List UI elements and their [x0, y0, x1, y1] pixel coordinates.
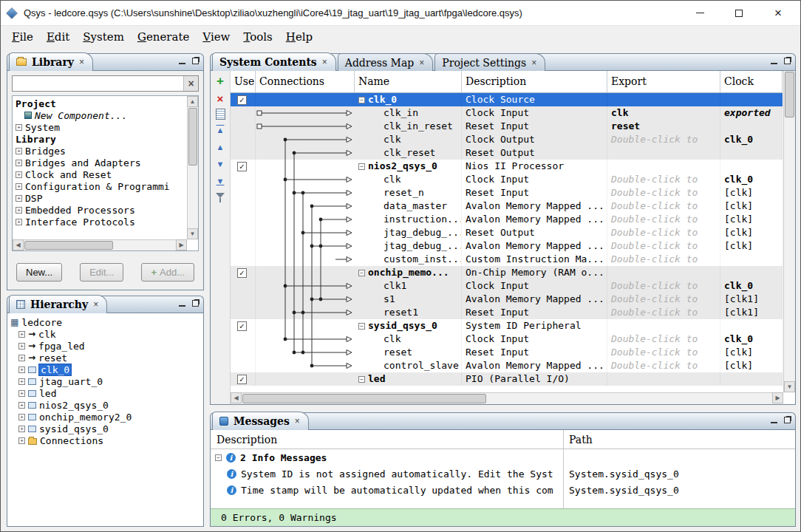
system-row-led[interactable]: ✓−ledPIO (Parallel I/O)	[231, 372, 783, 386]
collapse-icon[interactable]: −	[358, 323, 365, 330]
hierarchy-item-ledcore[interactable]: ▦ledcore	[7, 316, 203, 328]
row-export[interactable]: Double-click to	[607, 293, 720, 306]
move-up-icon[interactable]: ▲	[214, 140, 227, 154]
library-vertical-scrollbar[interactable]: ▲ ▼	[187, 96, 198, 239]
system-row-jtag-debug[interactable]: jtag_debug_...Avalon Memory Mapped ...Do…	[231, 239, 783, 253]
hierarchy-item-led[interactable]: +led	[7, 387, 203, 399]
library-horizontal-scrollbar[interactable]: ◀ ▶	[13, 239, 187, 250]
column-header-use[interactable]: Use	[231, 71, 256, 92]
search-clear-icon[interactable]: ×	[183, 76, 198, 91]
system-row-s1[interactable]: s1Avalon Memory Mapped ...Double-click t…	[231, 293, 783, 306]
menu-generate[interactable]: Generate	[131, 29, 196, 45]
library-item-library[interactable]: Library	[13, 133, 198, 145]
row-clock[interactable]: clk_0	[720, 279, 783, 293]
expand-icon[interactable]: +	[18, 437, 25, 444]
expand-icon[interactable]: +	[16, 148, 22, 154]
scroll-down-icon[interactable]: ▼	[187, 228, 198, 239]
expand-icon[interactable]: +	[16, 207, 22, 214]
expand-icon[interactable]: +	[18, 402, 25, 409]
collapse-icon[interactable]: −	[358, 376, 365, 383]
library-item-dsp[interactable]: +DSP	[13, 192, 198, 204]
library-item-bridges[interactable]: +Bridges	[13, 145, 198, 157]
expand-icon[interactable]: +	[16, 195, 22, 202]
new-button[interactable]: New...	[16, 263, 62, 282]
row-clock[interactable]	[720, 93, 783, 106]
row-clock[interactable]	[720, 253, 783, 266]
menu-view[interactable]: View	[196, 29, 236, 45]
panel-restore-icon[interactable]	[192, 300, 199, 307]
row-export[interactable]: Double-click to	[607, 226, 720, 239]
column-header-export[interactable]: Export	[607, 71, 720, 92]
row-export[interactable]	[607, 266, 720, 279]
use-checkbox[interactable]: ✓	[237, 268, 247, 278]
panel-restore-icon[interactable]	[784, 58, 791, 64]
system-row-instruction[interactable]: instruction...Avalon Memory Mapped ...Do…	[231, 213, 783, 226]
collapse-icon[interactable]: −	[215, 454, 222, 461]
row-export[interactable]	[607, 146, 720, 160]
panel-minimize-icon[interactable]	[179, 63, 185, 64]
edit-icon[interactable]	[216, 109, 225, 120]
row-export[interactable]: Double-click to	[607, 213, 720, 226]
menu-file[interactable]: File	[5, 29, 40, 45]
remove-icon[interactable]: ×	[214, 92, 227, 105]
tab-library[interactable]: Library ×	[9, 52, 93, 71]
column-header-connections[interactable]: Connections	[256, 71, 355, 92]
expand-icon[interactable]: +	[16, 124, 22, 131]
library-item-clock-and-reset[interactable]: +Clock and Reset	[13, 168, 198, 180]
menu-system[interactable]: System	[76, 29, 131, 45]
edit-button[interactable]: Edit...	[80, 263, 123, 282]
maximize-button[interactable]	[723, 2, 755, 24]
row-export[interactable]: Double-click to	[607, 239, 720, 253]
expand-icon[interactable]: +	[16, 171, 22, 178]
tab-project-settings[interactable]: Project Settings×	[434, 53, 545, 71]
menu-edit[interactable]: Edit	[40, 29, 76, 45]
tab-close-icon[interactable]: ×	[531, 58, 536, 68]
row-export[interactable]: Double-click to	[607, 200, 720, 213]
messages-column-path[interactable]: Path	[563, 430, 795, 449]
expand-icon[interactable]: +	[18, 343, 25, 349]
tab-system-contents[interactable]: System Contents×	[212, 52, 336, 71]
row-export[interactable]: Double-click to	[607, 306, 720, 319]
system-row-clk[interactable]: clkClock InputDouble-click toclk_0	[231, 332, 783, 346]
scroll-down-icon[interactable]: ▼	[784, 381, 795, 392]
scroll-right-icon[interactable]: ▶	[176, 239, 187, 250]
scroll-left-icon[interactable]: ◀	[13, 239, 24, 250]
use-checkbox[interactable]: ✓	[237, 95, 247, 105]
system-row-control-slave[interactable]: control_slaveAvalon Memory Mapped ...Dou…	[231, 359, 783, 372]
row-clock[interactable]: [clk]	[720, 200, 783, 213]
row-clock[interactable]: [clk]	[720, 186, 783, 200]
panel-minimize-icon[interactable]	[771, 422, 777, 423]
expand-icon[interactable]: +	[16, 183, 22, 190]
expand-icon[interactable]: +	[18, 355, 25, 361]
library-item-system[interactable]: +System	[13, 121, 198, 133]
row-export[interactable]	[607, 372, 720, 386]
tab-close-icon[interactable]: ×	[322, 57, 327, 67]
library-tab-close-icon[interactable]: ×	[79, 57, 84, 67]
messages-group-row[interactable]: − i 2 Info Messages	[211, 449, 795, 466]
row-export[interactable]	[607, 160, 720, 173]
tab-messages[interactable]: Messages ×	[212, 412, 309, 430]
system-row-clk-in-reset[interactable]: clk_in_resetReset Inputreset	[231, 120, 783, 133]
menu-tools[interactable]: Tools	[236, 29, 279, 45]
system-row-reset1[interactable]: reset1Reset InputDouble-click to[clk1]	[231, 306, 783, 319]
collapse-icon[interactable]: −	[358, 163, 365, 170]
library-search-input[interactable]	[13, 77, 183, 90]
row-export[interactable]	[607, 93, 720, 106]
move-top-icon[interactable]: ▲	[214, 123, 227, 137]
row-clock[interactable]: [clk]	[720, 213, 783, 226]
row-clock[interactable]: [clk]	[720, 226, 783, 239]
system-row-jtag-debug[interactable]: jtag_debug_...Reset OutputDouble-click t…	[231, 226, 783, 239]
tab-hierarchy[interactable]: Hierarchy ×	[9, 295, 107, 313]
library-item-configuration-programmi[interactable]: +Configuration & Programmi	[13, 180, 198, 192]
add-button[interactable]: +Add...	[141, 263, 194, 282]
add-icon[interactable]: +	[214, 75, 227, 88]
use-checkbox[interactable]: ✓	[237, 375, 247, 384]
row-clock[interactable]: [clk1]	[720, 293, 783, 306]
row-clock[interactable]: [clk]	[720, 346, 783, 359]
row-clock[interactable]	[720, 372, 783, 386]
row-clock[interactable]: clk_0	[720, 133, 783, 146]
library-item-project[interactable]: Project	[13, 98, 198, 109]
system-row-clk-in[interactable]: clk_inClock Inputclkexported	[231, 106, 783, 120]
expand-icon[interactable]: +	[18, 378, 25, 385]
hierarchy-item-reset[interactable]: +→reset	[7, 352, 203, 364]
